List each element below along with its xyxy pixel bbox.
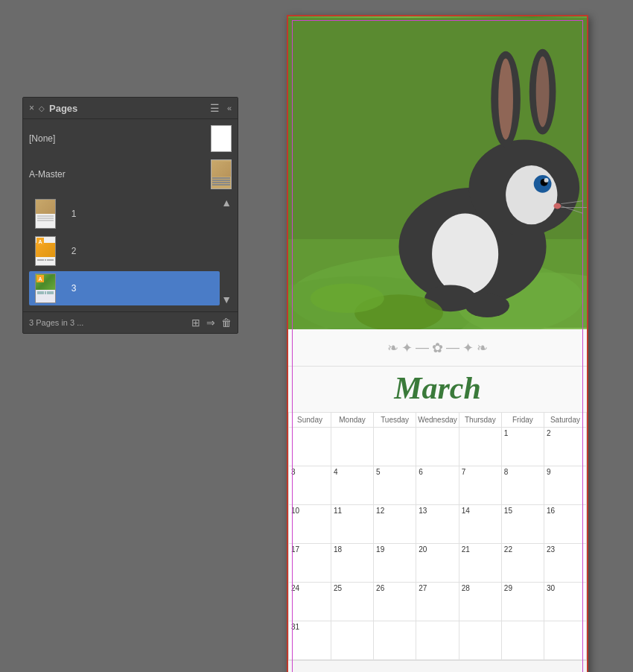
master-item[interactable]: A-Master xyxy=(29,159,232,189)
day-7: 7 xyxy=(462,468,499,476)
calendar-cell-w1-d2 xyxy=(331,428,374,466)
panel-menu-button[interactable]: ☰ xyxy=(210,102,220,114)
page-num-3: 3 xyxy=(66,283,81,294)
page-item-3[interactable]: A xyxy=(29,271,220,305)
panel-body: [None] A-Master ▲ xyxy=(23,119,238,311)
day-26: 26 xyxy=(376,584,413,592)
calendar-week-6: 31 xyxy=(289,621,587,660)
scroll-down-button[interactable]: ▼ xyxy=(221,294,232,305)
svg-point-23 xyxy=(311,284,384,314)
calendar-cell-w2-d3: 5 xyxy=(374,466,416,505)
pages-section: ▲ 1 xyxy=(29,197,232,305)
header-saturday: Saturday xyxy=(544,413,586,428)
bunny-svg xyxy=(288,16,587,329)
calendar-cell-w4-d6: 22 xyxy=(501,544,544,583)
panel-header: × ◇ Pages ☰ « xyxy=(23,98,238,119)
page-thumb-1 xyxy=(35,199,56,229)
calendar-week-2: 3456789 xyxy=(289,466,587,505)
calendar-cell-w4-d5: 21 xyxy=(459,544,501,583)
calendar-cell-w3-d5: 14 xyxy=(459,505,501,544)
day-9: 9 xyxy=(547,468,584,476)
page-thumb-wrap-3: A xyxy=(32,273,59,303)
day-20: 20 xyxy=(419,545,457,554)
header-friday: Friday xyxy=(501,413,544,428)
panel-title: Pages xyxy=(49,103,77,114)
page-thumb-3: A xyxy=(35,273,56,303)
calendar-cell-w2-d5: 7 xyxy=(459,466,501,505)
master-thumb xyxy=(211,159,232,189)
calendar-week-5: 24252627282930 xyxy=(289,583,587,621)
new-page-button[interactable]: ⊞ xyxy=(191,317,200,329)
day-31: 31 xyxy=(291,623,328,631)
day-11: 11 xyxy=(334,507,371,515)
calendar-photo xyxy=(288,16,587,329)
page-num-2: 2 xyxy=(66,246,81,256)
calendar-cell-w3-d2: 11 xyxy=(331,505,374,544)
svg-point-15 xyxy=(544,178,549,183)
calendar-cell-w5-d5: 28 xyxy=(459,583,501,621)
close-button[interactable]: × xyxy=(29,103,34,113)
calendar-cell-w1-d6: 1 xyxy=(501,428,544,466)
day-15: 15 xyxy=(504,507,541,515)
master-label: A-Master xyxy=(29,169,66,180)
calendar-cell-w2-d7: 9 xyxy=(544,466,586,505)
page-thumb-2: A xyxy=(35,236,56,266)
svg-point-6 xyxy=(432,213,498,294)
calendar-header-row: Sunday Monday Tuesday Wednesday Thursday… xyxy=(289,413,587,428)
calendar-cell-w6-d6 xyxy=(501,621,544,660)
calendar-cell-w6-d3 xyxy=(374,621,416,660)
calendar-cell-w5-d3: 26 xyxy=(374,583,416,621)
calendar-week-1: 12 xyxy=(289,428,587,466)
day-1: 1 xyxy=(504,429,541,437)
footer-icons: ⊞ ⇒ 🗑 xyxy=(191,317,232,329)
calendar-cell-w2-d2: 4 xyxy=(331,466,374,505)
calendar-cell-w4-d4: 20 xyxy=(416,544,459,583)
page-2-master-indicator: A xyxy=(36,238,44,245)
calendar-cell-w1-d5 xyxy=(459,428,501,466)
page-thumb-wrap-2: A xyxy=(32,236,59,266)
day-30: 30 xyxy=(547,584,584,592)
day-8: 8 xyxy=(504,468,541,476)
collapse-button[interactable]: « xyxy=(227,104,232,112)
panel-controls: ☰ « xyxy=(210,102,232,114)
calendar-footer: ❀ ✾ ❁ ✿ ❀ ✾ ❁ ✿ ❀ ✾ ❁ ✿ ❀ ✾ ❁ ✿ ❀ xyxy=(288,660,587,672)
page-item-1[interactable]: 1 xyxy=(29,197,220,231)
calendar-cell-w3-d3: 12 xyxy=(374,505,416,544)
page-item-2[interactable]: A xyxy=(29,234,220,268)
day-13: 13 xyxy=(419,507,457,515)
day-21: 21 xyxy=(462,545,499,554)
calendar-cell-w6-d1: 31 xyxy=(289,621,331,660)
page-count-text: 3 Pages in 3 ... xyxy=(29,318,83,327)
day-17: 17 xyxy=(291,545,328,554)
calendar-cell-w2-d4: 6 xyxy=(416,466,459,505)
none-item[interactable]: [None] xyxy=(29,125,232,152)
day-18: 18 xyxy=(334,545,371,554)
delete-page-button[interactable]: 🗑 xyxy=(221,317,232,329)
header-wednesday: Wednesday xyxy=(416,413,459,428)
page-3-master-indicator: A xyxy=(36,275,44,282)
calendar-cell-w4-d7: 23 xyxy=(544,544,586,583)
panel-header-left: × ◇ Pages xyxy=(29,103,77,114)
scroll-up-button[interactable]: ▲ xyxy=(221,197,232,209)
calendar-cell-w3-d6: 15 xyxy=(501,505,544,544)
header-sunday: Sunday xyxy=(289,413,331,428)
svg-point-10 xyxy=(498,59,513,140)
day-12: 12 xyxy=(376,507,413,515)
svg-point-12 xyxy=(536,57,550,127)
expand-icon: ◇ xyxy=(39,104,45,112)
header-thursday: Thursday xyxy=(459,413,501,428)
pages-panel: × ◇ Pages ☰ « [None] A-Master xyxy=(22,97,238,334)
day-14: 14 xyxy=(462,507,499,515)
move-page-button[interactable]: ⇒ xyxy=(206,317,215,329)
day-3: 3 xyxy=(291,468,328,476)
calendar-cell-w6-d4 xyxy=(416,621,459,660)
page-thumb-wrap-1 xyxy=(32,199,59,229)
calendar-cell-w6-d2 xyxy=(331,621,374,660)
day-25: 25 xyxy=(334,584,371,592)
calendar-cell-w2-d6: 8 xyxy=(501,466,544,505)
calendar-week-4: 17181920212223 xyxy=(289,544,587,583)
pages-list: 1 A xyxy=(29,197,223,305)
day-6: 6 xyxy=(419,468,457,476)
day-16: 16 xyxy=(547,507,584,515)
calendar-cell-w1-d1 xyxy=(289,428,331,466)
